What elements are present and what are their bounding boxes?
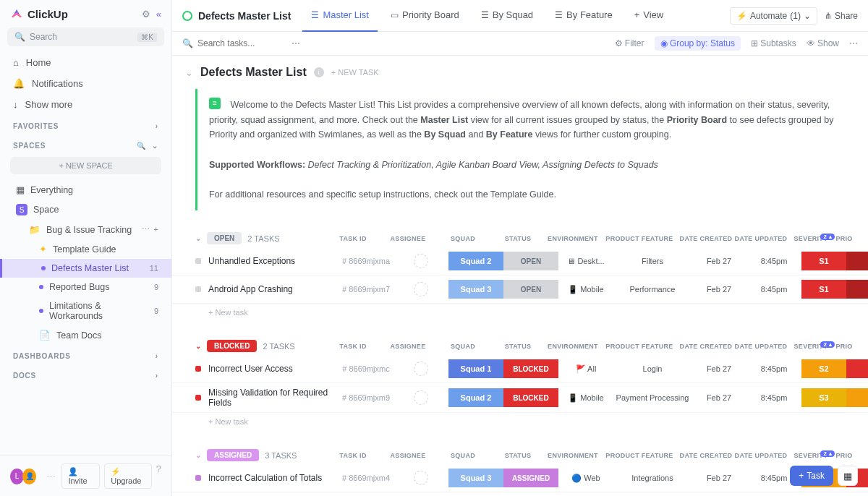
collapse-icon[interactable]: ⌄ (185, 67, 193, 78)
nav-home[interactable]: ⌂Home (0, 52, 171, 73)
new-space-button[interactable]: + NEW SPACE (10, 157, 161, 174)
more-icon[interactable]: ⋯ (142, 225, 150, 234)
cell-severity[interactable]: S2 (801, 359, 846, 378)
group-chip[interactable]: OPEN (207, 232, 242, 244)
task-row[interactable]: Incorrect User Access # 8669mjxmc Squad … (172, 355, 868, 383)
add-task-button[interactable]: + New task (172, 413, 868, 430)
cell-environment[interactable]: 🔵 Web (558, 469, 613, 487)
col-squad[interactable]: SQUAD (435, 235, 490, 242)
col-squad[interactable]: SQUAD (435, 452, 490, 459)
col-status[interactable]: STATUS (490, 235, 545, 242)
cell-squad[interactable]: Squad 2 (448, 252, 503, 270)
add-task-button[interactable]: + New task (172, 304, 868, 321)
cell-assignee[interactable] (393, 388, 448, 407)
tree-team-docs[interactable]: 📄Team Docs (0, 325, 171, 345)
show-button[interactable]: 👁 Show (807, 38, 839, 48)
group-chip[interactable]: ASSIGNED (207, 449, 259, 461)
help-icon[interactable]: ? (156, 463, 161, 489)
subtasks-button[interactable]: ⊞ Subtasks (751, 38, 796, 48)
col-severity[interactable]: SEVERITY2 ▴ (788, 452, 833, 459)
col-feature[interactable]: PRODUCT FEATURE (600, 452, 678, 459)
col-updated[interactable]: DATE UPDATED (733, 452, 788, 459)
cell-priority[interactable] (846, 252, 868, 270)
sidebar-search[interactable]: 🔍 Search ⌘K (7, 27, 164, 46)
task-search-input[interactable] (197, 38, 284, 48)
task-row[interactable]: Android App Crashing # 8669mjxm7 Squad 3… (172, 275, 868, 304)
col-severity[interactable]: SEVERITY2 ▴ (788, 343, 833, 350)
task-row[interactable]: Unhandled Exceptions # 8669mjxma Squad 2… (172, 247, 868, 275)
col-assignee[interactable]: ASSIGNEE (380, 452, 435, 459)
tab-add-view[interactable]: +View (626, 0, 673, 32)
cell-feature[interactable]: Performance (613, 280, 692, 299)
info-icon[interactable]: i (314, 67, 324, 77)
cell-status[interactable]: BLOCKED (503, 359, 558, 378)
tree-folder-bugs[interactable]: 📁Bug & Issue Tracking⋯+ (0, 220, 171, 239)
settings-icon[interactable]: ⚙ (142, 9, 150, 20)
col-status[interactable]: STATUS (490, 452, 545, 459)
col-taskid[interactable]: TASK ID (326, 452, 380, 459)
search-icon[interactable]: 🔍 (137, 142, 146, 150)
tab-priority-board[interactable]: ▭Priority Board (382, 0, 468, 32)
col-priority[interactable]: PRIO (833, 343, 855, 350)
col-assignee[interactable]: ASSIGNEE (380, 343, 435, 350)
cell-environment[interactable]: 🚩 All (558, 359, 613, 378)
collapse-icon[interactable]: « (156, 9, 161, 20)
col-squad[interactable]: SQUAD (435, 343, 490, 350)
share-button[interactable]: ⋔Share (825, 11, 858, 21)
cell-feature[interactable]: Filters (613, 252, 692, 270)
cell-squad[interactable]: Squad 2 (448, 388, 503, 407)
col-created[interactable]: DATE CREATED (678, 452, 733, 459)
col-updated[interactable]: DATE UPDATED (733, 343, 788, 350)
cell-assignee[interactable] (393, 252, 448, 270)
nav-show-more[interactable]: ↓Show more (0, 94, 171, 115)
col-taskid[interactable]: TASK ID (326, 343, 380, 350)
filter-button[interactable]: ⚙ Filter (615, 38, 644, 48)
task-row[interactable]: Missing Date Range in Reports # 8669mjxm… (172, 492, 868, 496)
section-dashboards[interactable]: DASHBOARDS› (0, 345, 171, 364)
cell-priority[interactable] (846, 359, 868, 378)
tree-limitations[interactable]: Limitations & Workarounds9 (0, 296, 171, 325)
cell-assignee[interactable] (393, 280, 448, 299)
user-avatar[interactable]: 👤 (22, 469, 36, 484)
cell-squad[interactable]: Squad 3 (448, 469, 503, 487)
col-feature[interactable]: PRODUCT FEATURE (600, 235, 678, 242)
col-severity[interactable]: SEVERITY2 ▴ (788, 235, 833, 242)
col-environment[interactable]: ENVIRONMENT (545, 235, 600, 242)
col-assignee[interactable]: ASSIGNEE (380, 235, 435, 242)
new-task-fab[interactable]: +Task (790, 466, 833, 486)
section-favorites[interactable]: FAVORITES› (0, 115, 171, 134)
tree-space[interactable]: SSpace (0, 200, 171, 220)
section-spaces[interactable]: SPACES🔍⌄ (0, 134, 171, 154)
tree-everything[interactable]: ▦Everything (0, 180, 171, 200)
new-task-button[interactable]: + NEW TASK (331, 68, 379, 77)
col-priority[interactable]: PRIO (833, 235, 855, 242)
cell-status[interactable]: BLOCKED (503, 388, 558, 407)
tree-defects-master[interactable]: Defects Master List11 (0, 259, 171, 278)
col-environment[interactable]: ENVIRONMENT (545, 343, 600, 350)
tab-by-feature[interactable]: ☰By Feature (546, 0, 621, 32)
tree-reported-bugs[interactable]: Reported Bugs9 (0, 278, 171, 296)
collapse-icon[interactable]: ⌄ (195, 342, 201, 350)
cell-severity[interactable]: S3 (801, 388, 846, 407)
col-status[interactable]: STATUS (490, 343, 545, 350)
cell-assignee[interactable] (393, 359, 448, 378)
more-icon[interactable]: ⋯ (292, 38, 300, 48)
cell-severity[interactable]: S1 (801, 252, 846, 270)
task-row[interactable]: Missing Validation for Required Fields #… (172, 383, 868, 413)
nav-notifications[interactable]: 🔔Notifications (0, 73, 171, 94)
col-created[interactable]: DATE CREATED (678, 235, 733, 242)
cell-assignee[interactable] (393, 469, 448, 487)
cell-feature[interactable]: Login (613, 359, 692, 378)
col-updated[interactable]: DATE UPDATED (733, 235, 788, 242)
col-taskid[interactable]: TASK ID (326, 235, 380, 242)
cell-feature[interactable]: Payment Processing (613, 388, 692, 407)
cell-environment[interactable]: 🖥 Deskt... (558, 252, 613, 270)
upgrade-button[interactable]: ⚡ Upgrade (104, 463, 152, 489)
plus-icon[interactable]: + (154, 225, 158, 234)
tree-template-guide[interactable]: ✦Template Guide (0, 239, 171, 259)
more-icon[interactable]: ⋯ (849, 38, 858, 48)
invite-button[interactable]: 👤 Invite (61, 463, 100, 489)
col-environment[interactable]: ENVIRONMENT (545, 452, 600, 459)
task-row[interactable]: Incorrect Calculation of Totals # 8669mj… (172, 464, 868, 492)
cell-status[interactable]: OPEN (503, 280, 558, 299)
